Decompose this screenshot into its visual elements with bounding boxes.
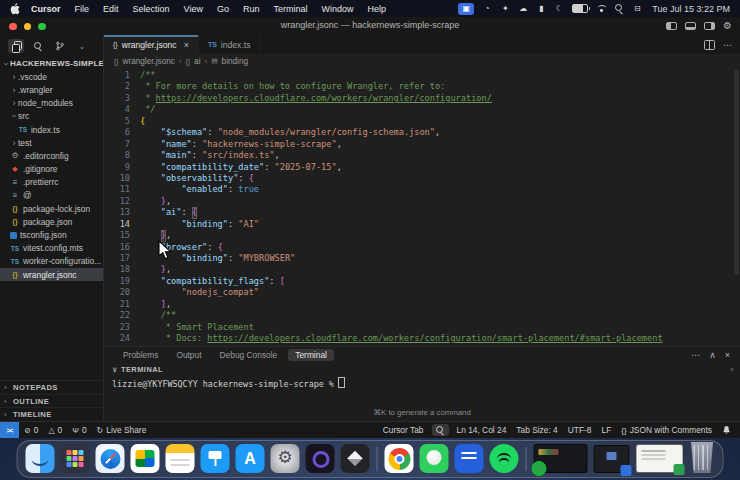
cursor-position[interactable]: Ln 14, Col 24 bbox=[452, 425, 512, 435]
search-toggle[interactable] bbox=[432, 424, 449, 436]
dock-launchpad-icon[interactable] bbox=[61, 444, 90, 473]
code-line-16[interactable]: 16 "browser": { bbox=[104, 242, 740, 253]
code-line-4[interactable]: 4 */ bbox=[104, 104, 740, 115]
source-control-icon[interactable] bbox=[52, 39, 68, 53]
code-line-20[interactable]: 20 "nodejs_compat" bbox=[104, 287, 740, 298]
tab-wrangler-jsonc[interactable]: {}wrangler.jsonc× bbox=[104, 35, 199, 54]
breadcrumb-item-binding[interactable]: binding bbox=[222, 57, 248, 66]
terminal-section-header[interactable]: ∨ TERMINAL › bbox=[104, 363, 740, 375]
code-line-15[interactable]: 15 }, bbox=[104, 230, 740, 241]
code-line-19[interactable]: 19 "compatibility_flags": [ bbox=[104, 276, 740, 287]
file-worker-configuratio[interactable]: TSworker-configuratio... bbox=[0, 255, 103, 268]
notifications[interactable] bbox=[717, 425, 736, 435]
cloud-icon[interactable]: ☁ bbox=[518, 3, 528, 15]
dock-purple-ring-app-icon[interactable] bbox=[306, 444, 335, 473]
vpn-icon[interactable]: ✦ bbox=[500, 3, 510, 15]
file-node-modules[interactable]: ›node_modules bbox=[0, 97, 103, 110]
cursor-tab[interactable]: Cursor Tab bbox=[378, 425, 429, 435]
search-icon[interactable] bbox=[30, 39, 46, 53]
file-wrangler[interactable]: ›.wrangler bbox=[0, 83, 103, 96]
code-line-7[interactable]: 7 "name": "hackernews-simple-scrape", bbox=[104, 139, 740, 150]
file-package-lock-json[interactable]: {}package-lock.json bbox=[0, 202, 103, 215]
dock-cube-app-icon[interactable] bbox=[341, 444, 370, 473]
dock-minimized-window-dark-icon[interactable] bbox=[594, 445, 630, 473]
file-package-json[interactable]: {}package.json bbox=[0, 215, 103, 228]
code-line-9[interactable]: 9 "compatibility_date": "2025-07-15", bbox=[104, 162, 740, 173]
file-test[interactable]: ›test bbox=[0, 136, 103, 149]
menu-item-help[interactable]: Help bbox=[361, 4, 394, 14]
menu-item-selection[interactable]: Selection bbox=[126, 4, 177, 14]
dock-minimized-window-dark-wide-icon[interactable] bbox=[534, 444, 588, 473]
file-wrangler-jsonc[interactable]: {}wrangler.jsonc bbox=[0, 268, 103, 281]
tab-index-ts[interactable]: TSindex.ts bbox=[199, 35, 261, 54]
close-tab-icon[interactable]: × bbox=[184, 40, 189, 50]
tab-size[interactable]: Tab Size: 4 bbox=[511, 425, 562, 435]
control-center-icon[interactable]: ⊟ bbox=[632, 3, 642, 15]
dock-chrome-icon[interactable] bbox=[385, 444, 414, 473]
dock-safari-icon[interactable] bbox=[96, 444, 125, 473]
dock-blue-docs-app-icon[interactable] bbox=[455, 444, 484, 473]
code-line-21[interactable]: 21 ], bbox=[104, 299, 740, 310]
code-line-17[interactable]: 17 "binding": "MYBROWSER" bbox=[104, 253, 740, 264]
terminal-scroll-chevron-icon[interactable]: › bbox=[731, 365, 740, 374]
more-views-chevron-icon[interactable]: ⌄ bbox=[74, 39, 90, 53]
remote-indicator[interactable]: >< bbox=[0, 422, 19, 438]
code-line-2[interactable]: 2 * For more details on how to configure… bbox=[104, 81, 740, 92]
language-mode[interactable]: {}JSON with Comments bbox=[616, 425, 717, 435]
code-line-24[interactable]: 24 * Docs: https://developers.cloudflare… bbox=[104, 333, 740, 344]
menu-clock[interactable]: Tue Jul 15 3:22 PM bbox=[652, 4, 730, 14]
dock-keynote-icon[interactable] bbox=[201, 444, 230, 473]
code-line-10[interactable]: 10 "observability": { bbox=[104, 173, 740, 184]
dock-minimized-window-light-icon[interactable] bbox=[636, 444, 684, 473]
sidebar-section-outline[interactable]: ›OUTLINE bbox=[0, 394, 103, 408]
panel-tab-debug-console[interactable]: Debug Console bbox=[213, 349, 285, 361]
code-line-8[interactable]: 8 "main": "src/index.ts", bbox=[104, 150, 740, 161]
screen-mirroring-icon[interactable]: ▣ bbox=[458, 3, 474, 15]
mic-icon[interactable]: ▮ bbox=[536, 3, 546, 15]
dock-green-ball-app-icon[interactable] bbox=[420, 444, 449, 473]
panel-more-icon[interactable]: ⋯ bbox=[691, 350, 700, 360]
wifi-icon[interactable] bbox=[596, 3, 606, 15]
code-line-1[interactable]: 1/** bbox=[104, 70, 740, 81]
window-titlebar[interactable]: wrangler.jsonc — hackernews-simple-scrap… bbox=[0, 17, 740, 35]
code-line-14[interactable]: 14 "binding": "AI" bbox=[104, 219, 740, 230]
menu-item-terminal[interactable]: Terminal bbox=[266, 4, 314, 14]
menu-item-window[interactable]: Window bbox=[314, 4, 360, 14]
file-prettierrc[interactable]: ≡.prettierrc bbox=[0, 176, 103, 189]
dock-finder-icon[interactable] bbox=[26, 444, 55, 473]
code-line-5[interactable]: 5{ bbox=[104, 116, 740, 127]
panel-close-icon[interactable]: × bbox=[725, 350, 730, 360]
breadcrumb-item-ai[interactable]: ai bbox=[194, 57, 200, 66]
file-src[interactable]: ›src bbox=[0, 110, 103, 123]
file-vscode[interactable]: ›.vscode bbox=[0, 70, 103, 83]
spotlight-search-icon[interactable] bbox=[614, 3, 624, 15]
sidebar-section-notepads[interactable]: ›NOTEPADS bbox=[0, 380, 103, 394]
code-line-3[interactable]: 3 * https://developers.cloudflare.com/wo… bbox=[104, 93, 740, 104]
timer-icon[interactable]: ◔ bbox=[482, 3, 492, 15]
panel-tab-terminal[interactable]: Terminal bbox=[288, 349, 334, 361]
code-line-6[interactable]: 6 "$schema": "node_modules/wrangler/conf… bbox=[104, 127, 740, 138]
file-hackernews-simple[interactable]: ›HACKERNEWS-SIMPLE-... bbox=[0, 57, 103, 70]
menu-item-go[interactable]: Go bbox=[210, 4, 236, 14]
code-line-11[interactable]: 11 "enabled": true bbox=[104, 184, 740, 195]
toggle-panel-icon[interactable] bbox=[685, 22, 696, 30]
breadcrumb[interactable]: {}wrangler.jsonc›{}ai›▤binding bbox=[104, 54, 740, 68]
live-share[interactable]: ↻Live Share bbox=[92, 425, 152, 435]
menu-item-cursor[interactable]: Cursor bbox=[24, 4, 68, 14]
menu-item-file[interactable]: File bbox=[68, 4, 97, 14]
display-icon[interactable]: ☾ bbox=[554, 3, 564, 15]
dock-notes-icon[interactable] bbox=[166, 444, 195, 473]
dock-spotify-icon[interactable] bbox=[490, 444, 519, 473]
ports-indicator[interactable]: Ψ0 bbox=[67, 425, 91, 435]
warning-count[interactable]: △0 bbox=[43, 425, 67, 435]
panel-tab-output[interactable]: Output bbox=[169, 349, 208, 361]
dock-meet-icon[interactable] bbox=[131, 444, 160, 473]
menu-item-run[interactable]: Run bbox=[236, 4, 267, 14]
code-line-12[interactable]: 12 }, bbox=[104, 196, 740, 207]
file-[interactable]: ≡@ bbox=[0, 189, 103, 202]
panel-tab-problems[interactable]: Problems bbox=[116, 349, 165, 361]
sidebar-section-timeline[interactable]: ›TIMELINE bbox=[0, 407, 103, 421]
menu-item-view[interactable]: View bbox=[177, 4, 210, 14]
battery-icon[interactable] bbox=[572, 3, 588, 15]
dock-trash-icon[interactable] bbox=[690, 442, 715, 473]
